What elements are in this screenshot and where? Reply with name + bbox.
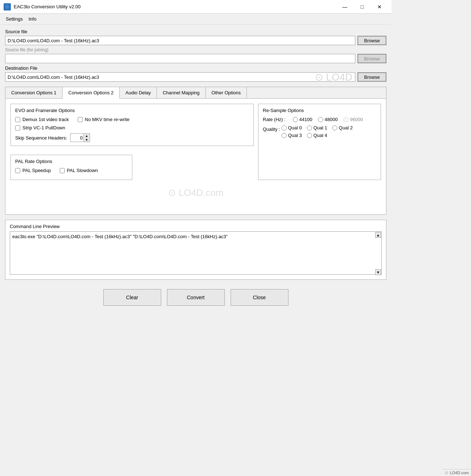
qual-4: Qual 4 (307, 133, 327, 138)
no-mkv-label: No MKV time re-write (85, 117, 130, 122)
joining-file-input[interactable] (5, 54, 355, 63)
spin-down-button[interactable]: ▼ (84, 138, 90, 142)
source-browse-button[interactable]: Browse (357, 36, 386, 45)
menu-bar: Settings Info (0, 14, 391, 25)
strip-vc1-row: Strip VC-1 PullDown (15, 125, 249, 130)
rate-96000-radio[interactable] (343, 117, 348, 122)
demux-label: Demux 1st video track (22, 117, 69, 122)
quality-label: Quality : (263, 126, 280, 132)
skip-row: Skip Sequence Headers: ▲ ▼ (15, 133, 249, 142)
pal-slowdown-checkbox[interactable] (60, 168, 65, 173)
dest-label: Destination File (5, 65, 386, 71)
title-bar: EAC3to Conversion Utility v2.00 — □ ✕ (0, 0, 391, 14)
no-mkv-row: No MKV time re-write (78, 117, 130, 122)
menu-info[interactable]: Info (26, 15, 39, 23)
clear-button[interactable]: Clear (103, 289, 161, 306)
no-mkv-checkbox[interactable] (78, 117, 83, 122)
joining-file-row: Browse (5, 54, 386, 63)
joining-label: Source file (for joining) (5, 47, 386, 52)
qual-1: Qual 1 (307, 125, 327, 130)
scroll-up-button[interactable]: ▲ (375, 232, 381, 238)
minimize-button[interactable]: — (337, 1, 353, 12)
qual-2-radio[interactable] (332, 125, 337, 130)
tab-other-options[interactable]: Other Options (206, 87, 247, 99)
convert-button[interactable]: Convert (167, 289, 225, 306)
skip-spinner-input[interactable] (70, 134, 84, 142)
spinner-buttons: ▲ ▼ (84, 134, 90, 142)
joining-browse-button: Browse (357, 54, 386, 63)
scroll-down-button[interactable]: ▼ (375, 269, 381, 275)
rate-96000-label: 96000 (350, 117, 363, 122)
quality-radios: Qual 0 Qual 1 Qual 2 (282, 125, 353, 138)
evo-panel-title: EVO and Framerate Options (15, 108, 249, 113)
dest-browse-button[interactable]: Browse (357, 72, 386, 82)
tab-channel-mapping[interactable]: Channel Mapping (157, 87, 206, 99)
skip-spinner: ▲ ▼ (70, 133, 90, 142)
demux-checkbox[interactable] (15, 117, 20, 122)
rate-48000-radio[interactable] (318, 117, 323, 122)
maximize-button[interactable]: □ (354, 1, 371, 12)
demux-row: Demux 1st video track (15, 117, 69, 122)
pal-panel-title: PAL Rate Options (15, 159, 128, 164)
menu-settings[interactable]: Settings (3, 15, 26, 23)
rate-48000-label: 48000 (325, 117, 338, 122)
app-title: EAC3to Conversion Utility v2.00 (14, 4, 337, 9)
pal-speedup-row: PAL Speedup (15, 168, 51, 173)
evo-panel: EVO and Framerate Options Demux 1st vide… (10, 104, 254, 146)
source-file-row: Browse (5, 36, 386, 45)
source-label: Source file (5, 29, 386, 34)
rate-44100: 44100 (293, 117, 312, 122)
dest-file-row: ⊙ LO4D Browse (5, 72, 386, 82)
bottom-buttons: Clear Convert Close (5, 286, 386, 309)
rate-48000: 48000 (318, 117, 338, 122)
qual-1-radio[interactable] (307, 125, 312, 130)
qual-3-label: Qual 3 (288, 133, 302, 138)
watermark-tab: ⊙ LO4D.com (168, 187, 224, 198)
qual-1-label: Qual 1 (313, 125, 327, 130)
qual-0-label: Qual 0 (288, 125, 302, 130)
qual-0-radio[interactable] (282, 125, 287, 130)
quality-section: Quality : Qual 0 Qual 1 (263, 125, 376, 138)
cmdline-section: Command Line Preview eac3to.exe "D:\LO4D… (5, 220, 386, 280)
qual-2: Qual 2 (332, 125, 352, 130)
tab-content: EVO and Framerate Options Demux 1st vide… (5, 99, 386, 214)
qual-0: Qual 0 (282, 125, 302, 130)
spin-up-button[interactable]: ▲ (84, 134, 90, 138)
options-panels: EVO and Framerate Options Demux 1st vide… (10, 104, 381, 180)
pal-panel: PAL Rate Options PAL Speedup PAL Slowdow… (10, 155, 132, 180)
qual-4-radio[interactable] (307, 133, 312, 138)
quality-row-2: Qual 3 Qual 4 (282, 133, 353, 138)
rate-row: Rate (Hz) : 44100 48000 96000 (263, 117, 376, 122)
qual-2-label: Qual 2 (339, 125, 352, 130)
pal-speedup-checkbox[interactable] (15, 168, 20, 173)
app-icon (4, 3, 11, 10)
qual-3: Qual 3 (282, 133, 302, 138)
close-window-button[interactable]: ✕ (371, 1, 388, 12)
rate-label: Rate (Hz) : (263, 117, 286, 122)
quality-row-1: Qual 0 Qual 1 Qual 2 (282, 125, 353, 130)
strip-vc1-checkbox[interactable] (15, 125, 20, 130)
dest-section: Destination File ⊙ LO4D Browse (5, 65, 386, 82)
cmdline-textarea[interactable]: eac3to.exe "D:\LO4D.com\LO4D.com - Test … (10, 231, 382, 275)
resample-panel-title: Re-Sample Options (263, 108, 376, 113)
tab-conversion-options-2[interactable]: Conversion Options 2 (63, 87, 120, 99)
tabs-area: Conversion Options 1 Conversion Options … (5, 87, 386, 215)
tab-audio-delay[interactable]: Audio Delay (120, 87, 157, 99)
rate-96000: 96000 (343, 117, 363, 122)
qual-3-radio[interactable] (282, 133, 287, 138)
tab-conversion-options-1[interactable]: Conversion Options 1 (5, 87, 63, 99)
pal-slowdown-row: PAL Slowdown (60, 168, 98, 173)
cmdline-wrapper: eac3to.exe "D:\LO4D.com\LO4D.com - Test … (10, 231, 382, 276)
window-controls: — □ ✕ (337, 1, 388, 12)
pal-slowdown-label: PAL Slowdown (67, 168, 98, 173)
pal-options-row: PAL Speedup PAL Slowdown (15, 168, 128, 176)
left-column: EVO and Framerate Options Demux 1st vide… (10, 104, 254, 180)
cmdline-label: Command Line Preview (10, 224, 382, 229)
dest-file-input[interactable] (5, 72, 355, 82)
close-button[interactable]: Close (231, 289, 288, 306)
source-file-input[interactable] (5, 36, 355, 45)
main-content: Source file Browse Source file (for join… (0, 25, 391, 314)
pal-speedup-label: PAL Speedup (22, 168, 51, 173)
rate-44100-radio[interactable] (293, 117, 298, 122)
skip-label: Skip Sequence Headers: (15, 135, 67, 141)
